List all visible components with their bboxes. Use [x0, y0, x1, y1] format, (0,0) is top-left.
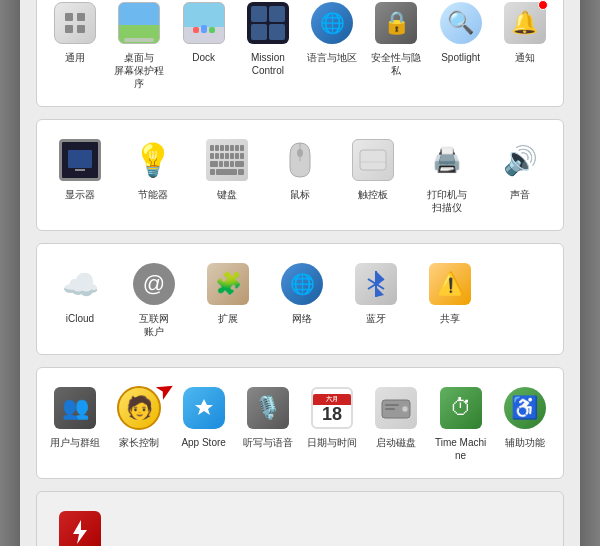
- main-window: ‹ › 系统偏好设置 🔍 ✕: [20, 0, 580, 546]
- printer-label: 打印机与扫描仪: [427, 188, 467, 214]
- dock-icon: [180, 0, 228, 47]
- sidebar-item-desktop[interactable]: 桌面与屏幕保护程序: [107, 0, 171, 96]
- spotlight-label: Spotlight: [441, 51, 480, 64]
- sidebar-item-mission[interactable]: MissionControl: [236, 0, 300, 96]
- sidebar-item-users[interactable]: 👥 用户与群组: [43, 378, 107, 468]
- svg-point-20: [402, 406, 408, 412]
- general-svg: [62, 10, 88, 36]
- printer-icon: 🖨️: [423, 136, 471, 184]
- sidebar-item-sound[interactable]: 🔊 声音: [484, 130, 557, 220]
- sidebar-item-parental[interactable]: 🧑 ➤ 家长控制: [107, 378, 171, 468]
- sidebar-item-sharing[interactable]: ⚠️ 共享: [413, 254, 487, 344]
- users-label: 用户与群组: [50, 436, 100, 449]
- trackpad-icon: [349, 136, 397, 184]
- accessibility-label: 辅助功能: [505, 436, 545, 449]
- bluetooth-icon: [352, 260, 400, 308]
- sidebar-item-dock[interactable]: Dock: [172, 0, 236, 96]
- sidebar-item-energy[interactable]: 💡 节能器: [116, 130, 189, 220]
- sidebar-item-bluetooth[interactable]: 蓝牙: [339, 254, 413, 344]
- desktop-label: 桌面与屏幕保护程序: [111, 51, 167, 90]
- svg-rect-11: [77, 25, 85, 33]
- dictation-icon: 🎙️: [244, 384, 292, 432]
- sidebar-item-notification[interactable]: 🔔 通知: [493, 0, 557, 96]
- svg-point-13: [297, 149, 303, 157]
- desktop-icon: [115, 0, 163, 47]
- startup-icon: [372, 384, 420, 432]
- bluetooth-label: 蓝牙: [366, 312, 386, 325]
- section-personal: 通用 桌面与屏幕保护程序: [36, 0, 564, 107]
- startup-svg: [380, 394, 412, 422]
- energy-icon: 💡: [129, 136, 177, 184]
- sidebar-item-network[interactable]: 🌐 网络: [265, 254, 339, 344]
- sidebar-item-printer[interactable]: 🖨️ 打印机与扫描仪: [410, 130, 483, 220]
- row-other: Flash Player: [43, 502, 557, 546]
- display-icon: [56, 136, 104, 184]
- mouse-label: 鼠标: [290, 188, 310, 201]
- general-icon: [51, 0, 99, 47]
- sidebar-item-security[interactable]: 🔒 安全性与隐私: [364, 0, 428, 96]
- spotlight-icon: 🔍: [437, 0, 485, 47]
- appstore-svg: [191, 395, 217, 421]
- svg-rect-8: [65, 13, 73, 21]
- internet-icon: @: [130, 260, 178, 308]
- dock-label: Dock: [192, 51, 215, 64]
- row-system: 👥 用户与群组 🧑 ➤ 家长控制: [43, 378, 557, 468]
- svg-rect-22: [385, 408, 395, 410]
- trackpad-label: 触控板: [358, 188, 388, 201]
- svg-rect-21: [385, 404, 399, 406]
- sidebar-item-datetime[interactable]: 六月 18 日期与时间: [300, 378, 364, 468]
- section-internet: ☁️ iCloud @ 互联网账户 🧩 扩展: [36, 243, 564, 355]
- sidebar-item-mouse[interactable]: 鼠标: [263, 130, 336, 220]
- general-label: 通用: [65, 51, 85, 64]
- display-label: 显示器: [65, 188, 95, 201]
- trackpad-svg: [358, 148, 388, 172]
- section-system: 👥 用户与群组 🧑 ➤ 家长控制: [36, 367, 564, 479]
- sidebar-item-icloud[interactable]: ☁️ iCloud: [43, 254, 117, 344]
- svg-rect-10: [77, 13, 85, 21]
- parental-icon: 🧑 ➤: [115, 384, 163, 432]
- notification-label: 通知: [515, 51, 535, 64]
- internet-label: 互联网账户: [139, 312, 169, 338]
- flash-svg: [69, 518, 91, 546]
- parental-label: 家长控制: [119, 436, 159, 449]
- sidebar-item-keyboard[interactable]: 键盘: [190, 130, 263, 220]
- sidebar-item-flash[interactable]: Flash Player: [43, 502, 117, 546]
- svg-rect-14: [360, 150, 386, 170]
- sidebar-item-spotlight[interactable]: 🔍 Spotlight: [429, 0, 493, 96]
- sidebar-item-extension[interactable]: 🧩 扩展: [191, 254, 265, 344]
- accessibility-icon: ♿: [501, 384, 549, 432]
- sound-icon: 🔊: [496, 136, 544, 184]
- sidebar-item-language[interactable]: 🌐 语言与地区: [300, 0, 364, 96]
- appstore-label: App Store: [181, 436, 225, 449]
- sidebar-item-accessibility[interactable]: ♿ 辅助功能: [493, 378, 557, 468]
- keyboard-icon: [203, 136, 251, 184]
- sidebar-item-startup[interactable]: 启动磁盘: [364, 378, 428, 468]
- row-internet: ☁️ iCloud @ 互联网账户 🧩 扩展: [43, 254, 557, 344]
- content-area: 通用 桌面与屏幕保护程序: [20, 0, 580, 546]
- mouse-icon: [276, 136, 324, 184]
- sidebar-item-timemachine[interactable]: ⏱ Time Machine: [429, 378, 493, 468]
- keyboard-label: 键盘: [217, 188, 237, 201]
- svg-rect-9: [65, 25, 73, 33]
- startup-label: 启动磁盘: [376, 436, 416, 449]
- sidebar-item-display[interactable]: 显示器: [43, 130, 116, 220]
- extension-label: 扩展: [218, 312, 238, 325]
- sidebar-item-appstore[interactable]: App Store: [172, 378, 236, 468]
- timemachine-label: Time Machine: [433, 436, 489, 462]
- notification-icon: 🔔: [501, 0, 549, 47]
- network-icon: 🌐: [278, 260, 326, 308]
- row-personal: 通用 桌面与屏幕保护程序: [43, 0, 557, 96]
- sidebar-item-dictation[interactable]: 🎙️ 听写与语音: [236, 378, 300, 468]
- section-hardware: 显示器 💡 节能器: [36, 119, 564, 231]
- sound-label: 声音: [510, 188, 530, 201]
- sharing-label: 共享: [440, 312, 460, 325]
- sharing-icon: ⚠️: [426, 260, 474, 308]
- sidebar-item-trackpad[interactable]: 触控板: [337, 130, 410, 220]
- datetime-label: 日期与时间: [307, 436, 357, 449]
- bluetooth-svg: [366, 269, 386, 299]
- datetime-icon: 六月 18: [308, 384, 356, 432]
- sidebar-item-internet[interactable]: @ 互联网账户: [117, 254, 191, 344]
- sidebar-item-general[interactable]: 通用: [43, 0, 107, 96]
- row-hardware: 显示器 💡 节能器: [43, 130, 557, 220]
- extension-icon: 🧩: [204, 260, 252, 308]
